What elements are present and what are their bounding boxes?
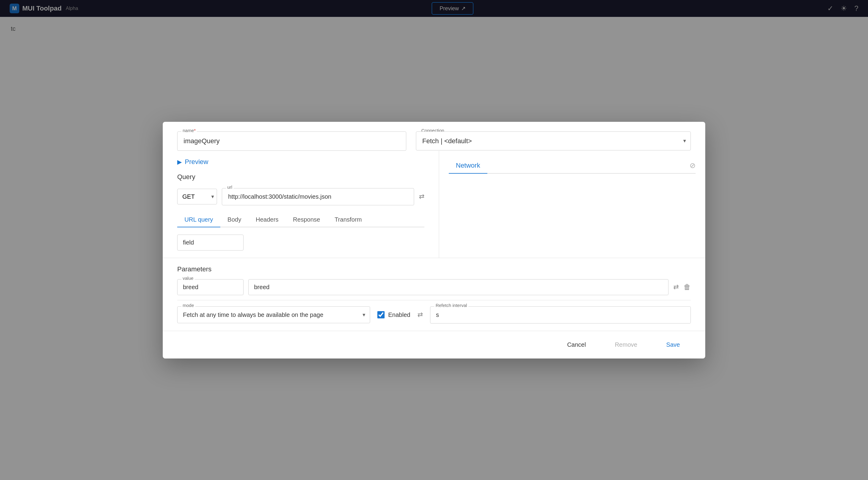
mode-label: mode bbox=[181, 303, 195, 308]
param-delete-icon[interactable]: 🗑 bbox=[684, 283, 691, 291]
connection-field-group: Connection Fetch | <default> ▾ bbox=[416, 131, 691, 150]
param-link-icon[interactable]: ⇄ bbox=[673, 283, 679, 291]
param-value-label: value bbox=[181, 276, 195, 281]
query-editor-modal: name* Connection Fetch | <default> ▾ ▶ bbox=[163, 122, 705, 359]
network-tabs: Network ⊘ bbox=[449, 158, 696, 174]
tab-url-query[interactable]: URL query bbox=[177, 213, 220, 227]
url-label: url bbox=[226, 184, 234, 190]
remove-button[interactable]: Remove bbox=[604, 337, 648, 353]
parameters-title: Parameters bbox=[177, 265, 691, 273]
param-value-wrapper: value bbox=[177, 279, 244, 295]
enabled-link-icon[interactable]: ⇄ bbox=[417, 311, 423, 319]
connection-select[interactable]: Fetch | <default> bbox=[416, 131, 691, 150]
enabled-row: Enabled bbox=[377, 311, 410, 319]
tab-response[interactable]: Response bbox=[286, 213, 327, 227]
mode-field-wrapper: mode Fetch at any time to always be avai… bbox=[177, 306, 370, 323]
refetch-label: Refetch interval bbox=[434, 303, 468, 308]
query-section-title: Query bbox=[177, 173, 424, 181]
modal-overlay: name* Connection Fetch | <default> ▾ ▶ bbox=[0, 0, 868, 480]
connection-select-wrapper: Fetch | <default> ▾ bbox=[416, 131, 691, 150]
modal-footer: Cancel Remove Save bbox=[163, 331, 705, 359]
network-clear-icon[interactable]: ⊘ bbox=[689, 161, 695, 170]
param-name-wrapper bbox=[248, 279, 669, 295]
preview-toggle-label: Preview bbox=[185, 158, 208, 166]
method-select-wrapper: GET POST PUT DELETE PATCH ▾ bbox=[177, 189, 217, 204]
name-field-group: name* bbox=[177, 131, 406, 151]
parameters-section: Parameters value ⇄ 🗑 mode bbox=[163, 258, 705, 331]
refetch-wrapper: Refetch interval bbox=[430, 306, 691, 324]
save-button[interactable]: Save bbox=[655, 337, 691, 353]
field-input[interactable] bbox=[177, 235, 244, 250]
modal-body: ▶ Preview Query GET POST PUT DELETE PATC… bbox=[163, 151, 705, 258]
url-link-icon[interactable]: ⇄ bbox=[419, 193, 424, 201]
preview-toggle[interactable]: ▶ Preview bbox=[177, 158, 424, 166]
query-tabs-row: URL query Body Headers Response Transfor… bbox=[177, 213, 424, 227]
preview-toggle-arrow: ▶ bbox=[177, 158, 182, 166]
param-value-input[interactable] bbox=[177, 279, 244, 295]
url-input[interactable] bbox=[222, 188, 414, 205]
enabled-label: Enabled bbox=[388, 311, 410, 319]
modal-header: name* Connection Fetch | <default> ▾ bbox=[163, 122, 705, 151]
name-label: name* bbox=[181, 128, 197, 133]
tab-body[interactable]: Body bbox=[220, 213, 249, 227]
method-select[interactable]: GET POST PUT DELETE PATCH bbox=[177, 189, 217, 204]
name-input[interactable] bbox=[177, 131, 406, 151]
left-panel: ▶ Preview Query GET POST PUT DELETE PATC… bbox=[163, 151, 439, 258]
refetch-input[interactable] bbox=[430, 306, 691, 324]
url-field-wrapper: url bbox=[222, 188, 414, 205]
right-panel: Network ⊘ bbox=[439, 151, 706, 258]
mode-select[interactable]: Fetch at any time to always be available… bbox=[177, 306, 370, 323]
mode-row: mode Fetch at any time to always be avai… bbox=[177, 306, 691, 324]
params-divider bbox=[177, 300, 691, 300]
tab-headers[interactable]: Headers bbox=[248, 213, 286, 227]
url-row: GET POST PUT DELETE PATCH ▾ url ⇄ bbox=[177, 188, 424, 205]
enabled-checkbox[interactable] bbox=[377, 311, 384, 319]
url-query-content bbox=[177, 235, 424, 250]
params-row: value ⇄ 🗑 bbox=[177, 279, 691, 295]
cancel-button[interactable]: Cancel bbox=[556, 337, 597, 353]
network-tab[interactable]: Network bbox=[449, 158, 488, 174]
mode-select-wrapper: Fetch at any time to always be available… bbox=[177, 306, 370, 323]
tab-transform[interactable]: Transform bbox=[327, 213, 369, 227]
param-name-input[interactable] bbox=[248, 279, 669, 295]
